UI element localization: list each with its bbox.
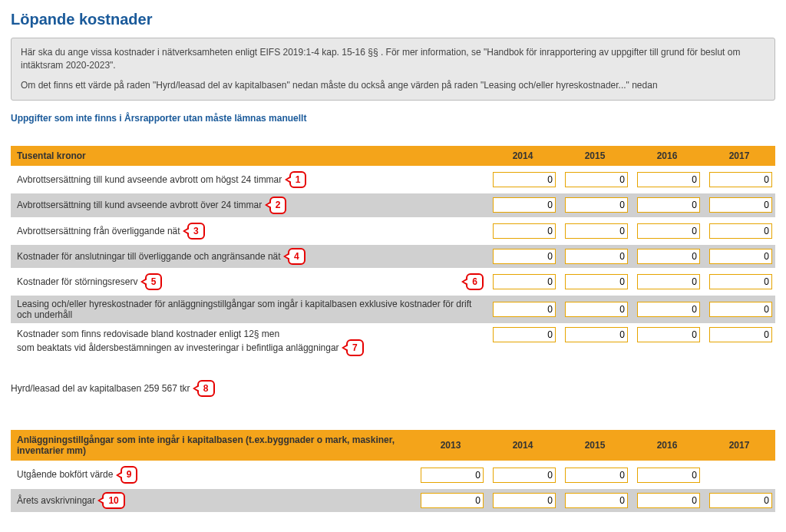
year-col: 2017 bbox=[703, 430, 775, 461]
year-col: 2014 bbox=[487, 430, 559, 461]
row-label: Avbrottsersättning till kund avseende av… bbox=[17, 174, 282, 185]
cost-input[interactable] bbox=[493, 197, 556, 213]
table-row: Utgående bokfört värde 9 bbox=[11, 463, 775, 486]
cost-input[interactable] bbox=[493, 327, 556, 342]
cost-input[interactable] bbox=[709, 249, 772, 264]
cost-input[interactable] bbox=[565, 274, 628, 289]
asset-input[interactable] bbox=[421, 468, 484, 483]
table-row: Årets avskrivningar 10 bbox=[11, 489, 775, 512]
manual-info-link[interactable]: Uppgifter som inte finns i Årsrapporter … bbox=[11, 113, 306, 124]
callout-1: 1 bbox=[289, 171, 307, 188]
hydr-leasad-row: Hyrd/leasad del av kapitalbasen 259 567 … bbox=[11, 380, 775, 397]
info-paragraph-1: Här ska du ange vissa kostnader i nätver… bbox=[21, 46, 765, 73]
cost-input[interactable] bbox=[565, 197, 628, 213]
callout-2: 2 bbox=[269, 197, 287, 213]
info-paragraph-2: Om det finns ett värde på raden "Hyrd/le… bbox=[21, 79, 765, 92]
cost-input[interactable] bbox=[637, 302, 700, 317]
asset-input[interactable] bbox=[637, 493, 700, 508]
year-col: 2016 bbox=[631, 146, 703, 166]
asset-input[interactable] bbox=[565, 468, 628, 483]
cost-input[interactable] bbox=[637, 274, 700, 289]
cost-input[interactable] bbox=[709, 274, 772, 289]
year-col: 2016 bbox=[631, 430, 703, 461]
cost-input[interactable] bbox=[493, 302, 556, 317]
callout-9: 9 bbox=[121, 466, 138, 483]
year-col: 2015 bbox=[559, 430, 631, 461]
assets-table: Anläggningstillgångar som inte ingår i k… bbox=[11, 428, 775, 514]
page-title: Löpande kostnader bbox=[11, 11, 775, 28]
row-label: Årets avskrivningar bbox=[17, 495, 95, 506]
callout-8: 8 bbox=[197, 380, 215, 397]
cost-input[interactable] bbox=[637, 249, 700, 264]
year-col: 2015 bbox=[559, 146, 631, 166]
table-row: Avbrottsersättning från överliggande nät… bbox=[11, 220, 775, 243]
table-row: Avbrottsersättning till kund avseende av… bbox=[11, 168, 775, 191]
table-row: Leasing och/eller hyreskostnader för anl… bbox=[11, 296, 775, 323]
callout-7: 7 bbox=[346, 339, 364, 356]
cost-input[interactable] bbox=[493, 172, 556, 187]
row-label: Avbrottsersättning till kund avseende av… bbox=[17, 200, 262, 210]
asset-input[interactable] bbox=[709, 493, 772, 508]
year-col: 2014 bbox=[487, 146, 559, 166]
cost-input[interactable] bbox=[637, 327, 700, 342]
cost-input[interactable] bbox=[493, 223, 556, 239]
callout-10: 10 bbox=[102, 492, 124, 509]
costs-table: Tusental kronor 2014 2015 2016 2017 Avbr… bbox=[11, 144, 775, 362]
cost-input[interactable] bbox=[709, 223, 772, 239]
row-label: Avbrottsersättning från överliggande nät bbox=[17, 226, 180, 236]
row-label: Leasing och/eller hyreskostnader för anl… bbox=[17, 299, 471, 320]
cost-input[interactable] bbox=[709, 327, 772, 342]
hydr-label: Hyrd/leasad del av kapitalbasen 259 567 … bbox=[11, 383, 190, 394]
cost-input[interactable] bbox=[565, 249, 628, 264]
callout-4: 4 bbox=[288, 248, 305, 265]
asset-input[interactable] bbox=[637, 468, 700, 483]
asset-input[interactable] bbox=[493, 468, 556, 483]
cost-input[interactable] bbox=[493, 274, 556, 289]
cost-input[interactable] bbox=[709, 197, 772, 213]
asset-input[interactable] bbox=[421, 493, 484, 508]
table-row: Avbrottsersättning till kund avseende av… bbox=[11, 193, 775, 216]
callout-5: 5 bbox=[145, 273, 163, 290]
table-row: Kostnader för störningsreserv 5 6 bbox=[11, 270, 775, 293]
table-header: Tusental kronor 2014 2015 2016 2017 bbox=[11, 146, 775, 166]
row-label: Kostnader för störningsreserv bbox=[17, 276, 137, 287]
cost-input[interactable] bbox=[709, 302, 772, 317]
asset-input[interactable] bbox=[493, 493, 556, 508]
cost-input[interactable] bbox=[565, 223, 628, 239]
cost-input[interactable] bbox=[637, 197, 700, 213]
cost-input[interactable] bbox=[565, 172, 628, 187]
year-col: 2017 bbox=[703, 146, 775, 166]
cost-input[interactable] bbox=[493, 249, 556, 264]
cost-input[interactable] bbox=[637, 223, 700, 239]
header-label: Tusental kronor bbox=[11, 146, 487, 166]
row-label: Utgående bokfört värde bbox=[17, 469, 113, 480]
cost-input[interactable] bbox=[637, 172, 700, 187]
cost-input[interactable] bbox=[565, 302, 628, 317]
cost-input[interactable] bbox=[709, 172, 772, 187]
table-header: Anläggningstillgångar som inte ingår i k… bbox=[11, 430, 775, 461]
cost-input[interactable] bbox=[565, 327, 628, 342]
asset-input[interactable] bbox=[565, 493, 628, 508]
callout-6: 6 bbox=[466, 273, 484, 290]
callout-3: 3 bbox=[187, 223, 205, 240]
table-row: Kostnader som finns redovisade bland kos… bbox=[11, 325, 775, 359]
header-label: Anläggningstillgångar som inte ingår i k… bbox=[11, 430, 414, 461]
info-box: Här ska du ange vissa kostnader i nätver… bbox=[11, 38, 775, 101]
year-col: 2013 bbox=[414, 430, 487, 461]
table-row: Kostnader för anslutningar till överligg… bbox=[11, 245, 775, 268]
row-label: Kostnader för anslutningar till överligg… bbox=[17, 251, 281, 262]
row-label: Kostnader som finns redovisade bland kos… bbox=[17, 329, 339, 353]
